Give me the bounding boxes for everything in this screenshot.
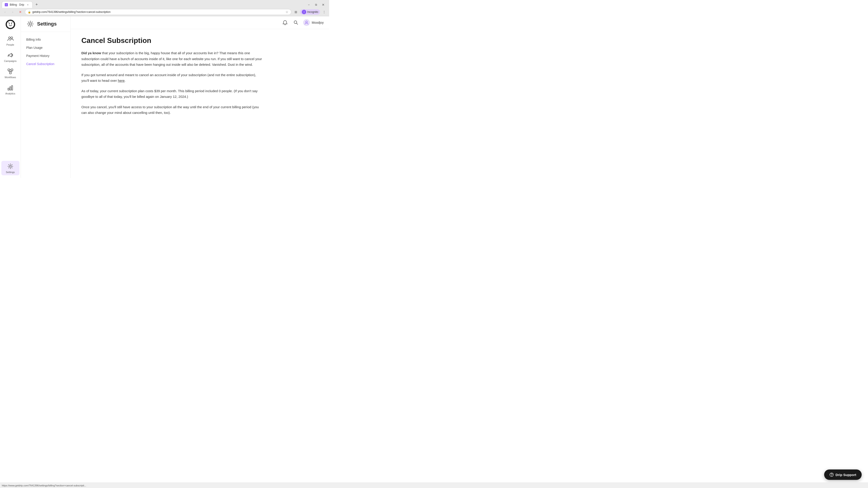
settings-title-group: Settings bbox=[26, 20, 57, 28]
settings-nav-payment-history[interactable]: Payment History bbox=[21, 52, 70, 60]
people-icon bbox=[7, 35, 14, 42]
paragraph-2-end: . bbox=[125, 78, 125, 83]
settings-sidebar: Billing Info Plan Usage Payment History … bbox=[21, 32, 70, 72]
svg-point-14 bbox=[9, 165, 11, 167]
svg-line-17 bbox=[297, 23, 298, 25]
icon-sidebar: People Campaigns Workflow bbox=[0, 16, 21, 178]
svg-rect-8 bbox=[8, 69, 10, 71]
bookmark-icon[interactable]: ☆ bbox=[285, 10, 288, 14]
paragraph-1-bold: Did ya know bbox=[81, 51, 101, 55]
address-bar[interactable]: 🔒 getdrip.com/7641396/settings/billing?s… bbox=[25, 9, 291, 15]
sidebar-item-campaigns[interactable]: Campaigns bbox=[1, 50, 20, 64]
svg-point-18 bbox=[306, 21, 307, 23]
window-close-btn[interactable]: ✕ bbox=[320, 2, 327, 8]
svg-rect-9 bbox=[11, 69, 13, 71]
settings-nav-cancel-subscription[interactable]: Cancel Subscription bbox=[21, 60, 70, 68]
page-content: Cancel Subscription Did ya know that you… bbox=[70, 29, 274, 127]
toolbar-right: ⊞ I Incognito ⋮ bbox=[293, 9, 327, 15]
svg-rect-10 bbox=[9, 72, 11, 74]
analytics-icon bbox=[7, 84, 14, 91]
page-title: Cancel Subscription bbox=[81, 36, 263, 45]
notifications-btn[interactable] bbox=[281, 19, 289, 26]
window-minimize-btn[interactable]: − bbox=[306, 2, 312, 8]
paragraph-1: Did ya know that your subscription is th… bbox=[81, 50, 263, 68]
username-label: Moodjoy bbox=[312, 21, 324, 24]
forward-btn[interactable]: › bbox=[9, 9, 16, 15]
tab-close-btn[interactable]: × bbox=[26, 3, 30, 6]
header-actions: Moodjoy bbox=[281, 19, 324, 26]
reload-btn[interactable]: ✕ bbox=[17, 9, 24, 15]
svg-point-1 bbox=[9, 23, 10, 24]
active-tab[interactable]: D Billing · Drip × bbox=[2, 1, 33, 8]
settings-header: Settings bbox=[21, 16, 70, 32]
paragraph-1-rest: that your subscription is the big, happy… bbox=[81, 51, 262, 66]
profile-icon: I bbox=[302, 10, 306, 14]
url-text: getdrip.com/7641396/settings/billing?sec… bbox=[32, 10, 284, 13]
campaigns-icon bbox=[7, 52, 14, 59]
search-btn[interactable] bbox=[292, 19, 300, 26]
settings-nav-billing-info[interactable]: Billing Info bbox=[21, 35, 70, 43]
browser-tabs: D Billing · Drip × + − ⧉ ✕ bbox=[0, 0, 329, 8]
paragraph-2-text: If you got turned around and meant to ca… bbox=[81, 73, 256, 83]
settings-label: Settings bbox=[6, 171, 15, 173]
sidebar-item-workflows[interactable]: Workflows bbox=[1, 66, 20, 80]
paragraph-4: Once you cancel, you'll still have acces… bbox=[81, 104, 263, 116]
workflows-label: Workflows bbox=[4, 76, 16, 78]
settings-nav-plan-usage[interactable]: Plan Usage bbox=[21, 43, 70, 52]
sidebar-item-settings[interactable]: Settings bbox=[1, 161, 20, 175]
svg-point-2 bbox=[11, 23, 12, 24]
extensions-btn[interactable]: ⊞ bbox=[293, 9, 299, 15]
svg-point-0 bbox=[6, 21, 14, 28]
settings-page-title: Settings bbox=[37, 21, 57, 27]
app-container: People Campaigns Workflow bbox=[0, 16, 329, 178]
tab-title: Billing · Drip bbox=[10, 3, 24, 6]
menu-btn[interactable]: ⋮ bbox=[321, 9, 327, 15]
lock-icon: 🔒 bbox=[28, 11, 31, 13]
svg-line-3 bbox=[8, 22, 9, 23]
back-btn[interactable]: ‹ bbox=[2, 9, 8, 15]
profile-btn[interactable]: I Incognito bbox=[300, 9, 320, 15]
svg-point-6 bbox=[11, 37, 13, 39]
settings-icon bbox=[7, 163, 14, 170]
svg-line-4 bbox=[11, 22, 12, 23]
paragraph-2: If you got turned around and meant to ca… bbox=[81, 72, 263, 84]
svg-point-15 bbox=[29, 23, 31, 25]
people-label: People bbox=[6, 43, 14, 46]
svg-rect-12 bbox=[10, 87, 11, 90]
profile-label: Incognito bbox=[307, 10, 318, 13]
analytics-label: Analytics bbox=[5, 92, 15, 95]
sidebar-logo[interactable] bbox=[5, 19, 16, 30]
campaigns-label: Campaigns bbox=[4, 60, 17, 62]
sidebar-item-people[interactable]: People bbox=[1, 33, 20, 48]
main-content: Settings Billing Info Plan Usage Payment… bbox=[21, 16, 329, 178]
new-tab-btn[interactable]: + bbox=[33, 2, 40, 8]
browser-chrome: D Billing · Drip × + − ⧉ ✕ ‹ › ✕ 🔒 getdr… bbox=[0, 0, 329, 16]
sidebar-item-analytics[interactable]: Analytics bbox=[1, 82, 20, 97]
svg-rect-13 bbox=[11, 86, 13, 90]
svg-rect-11 bbox=[8, 88, 9, 90]
workflows-icon bbox=[7, 68, 14, 75]
user-menu[interactable]: Moodjoy bbox=[303, 19, 324, 26]
here-link[interactable]: here bbox=[118, 78, 125, 83]
tab-favicon: D bbox=[5, 3, 8, 6]
svg-point-5 bbox=[8, 37, 10, 39]
user-avatar bbox=[303, 19, 310, 26]
browser-toolbar: ‹ › ✕ 🔒 getdrip.com/7641396/settings/bil… bbox=[0, 8, 329, 16]
paragraph-3: As of today, your current subscription p… bbox=[81, 88, 263, 100]
drip-logo bbox=[6, 20, 15, 29]
window-restore-btn[interactable]: ⧉ bbox=[313, 2, 319, 8]
settings-gear-icon bbox=[26, 20, 34, 28]
